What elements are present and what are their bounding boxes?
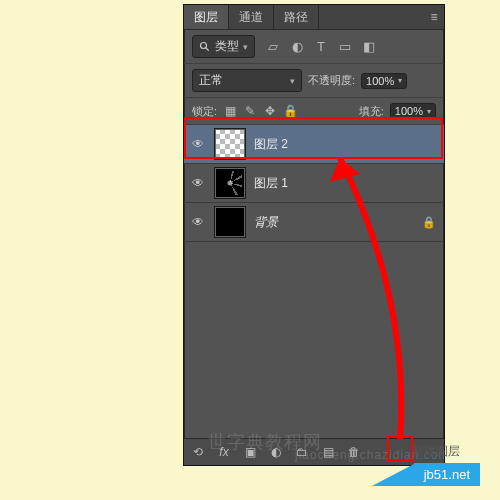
panel-tabs: 图层 通道 路径 ≡ bbox=[184, 5, 444, 30]
tab-layers[interactable]: 图层 bbox=[184, 5, 229, 29]
site-badge: jb51.net bbox=[372, 463, 480, 486]
fill-value: 100% bbox=[395, 105, 423, 117]
layer-filter-select[interactable]: 类型 ▾ bbox=[192, 35, 255, 58]
layer-row[interactable]: 👁 背景 🔒 bbox=[184, 203, 444, 242]
fill-field[interactable]: 100% ▾ bbox=[390, 103, 436, 119]
opacity-field[interactable]: 100% ▾ bbox=[361, 73, 407, 89]
lock-pixels-icon[interactable]: ▦ bbox=[223, 104, 237, 118]
chevron-down-icon: ▾ bbox=[398, 76, 402, 85]
filter-row: 类型 ▾ ▱ ◐ T ▭ ◧ bbox=[184, 30, 444, 64]
opacity-label: 不透明度: bbox=[308, 73, 355, 88]
link-layers-icon[interactable]: ⟲ bbox=[190, 444, 206, 460]
filter-type-icon[interactable]: T bbox=[313, 39, 329, 55]
chevron-down-icon: ▾ bbox=[427, 107, 431, 116]
filter-image-icon[interactable]: ▱ bbox=[265, 39, 281, 55]
filter-shape-icon[interactable]: ▭ bbox=[337, 39, 353, 55]
search-icon bbox=[199, 41, 211, 53]
caption-text: 新建图层 bbox=[412, 443, 460, 460]
layer-row[interactable]: 👁 图层 1 bbox=[184, 164, 444, 203]
chevron-down-icon: ▾ bbox=[290, 76, 295, 86]
visibility-icon[interactable]: 👁 bbox=[192, 215, 206, 229]
visibility-icon[interactable]: 👁 bbox=[192, 176, 206, 190]
tab-channels[interactable]: 通道 bbox=[229, 5, 274, 29]
filter-adjust-icon[interactable]: ◐ bbox=[289, 39, 305, 55]
lock-label: 锁定: bbox=[192, 104, 217, 119]
tab-paths[interactable]: 路径 bbox=[274, 5, 319, 29]
layer-thumbnail[interactable] bbox=[214, 128, 246, 160]
layer-name[interactable]: 图层 1 bbox=[254, 175, 288, 192]
filter-smart-icon[interactable]: ◧ bbox=[361, 39, 377, 55]
panel-menu-icon[interactable]: ≡ bbox=[424, 5, 444, 29]
fill-label: 填充: bbox=[359, 104, 384, 119]
layer-thumbnail[interactable] bbox=[214, 167, 246, 199]
visibility-icon[interactable]: 👁 bbox=[192, 137, 206, 151]
lock-position-icon[interactable]: ✥ bbox=[263, 104, 277, 118]
layer-thumbnail[interactable] bbox=[214, 206, 246, 238]
svg-line-1 bbox=[206, 47, 209, 50]
layer-name[interactable]: 图层 2 bbox=[254, 136, 288, 153]
layer-list: 👁 图层 2 👁 图层 1 👁 背景 🔒 bbox=[184, 125, 444, 438]
layer-name[interactable]: 背景 bbox=[254, 214, 278, 231]
layer-row[interactable]: 👁 图层 2 bbox=[184, 125, 444, 164]
layers-panel: 图层 通道 路径 ≡ 类型 ▾ ▱ ◐ T ▭ ◧ 正常 ▾ 不透明度: 100… bbox=[183, 4, 445, 466]
svg-point-0 bbox=[201, 42, 207, 48]
opacity-value: 100% bbox=[366, 75, 394, 87]
lock-icon: 🔒 bbox=[422, 216, 436, 229]
chevron-down-icon: ▾ bbox=[243, 42, 248, 52]
blend-mode-value: 正常 bbox=[199, 72, 223, 89]
lock-all-icon[interactable]: 🔒 bbox=[283, 104, 297, 118]
filter-label: 类型 bbox=[215, 38, 239, 55]
lock-brush-icon[interactable]: ✎ bbox=[243, 104, 257, 118]
blend-mode-select[interactable]: 正常 ▾ bbox=[192, 69, 302, 92]
